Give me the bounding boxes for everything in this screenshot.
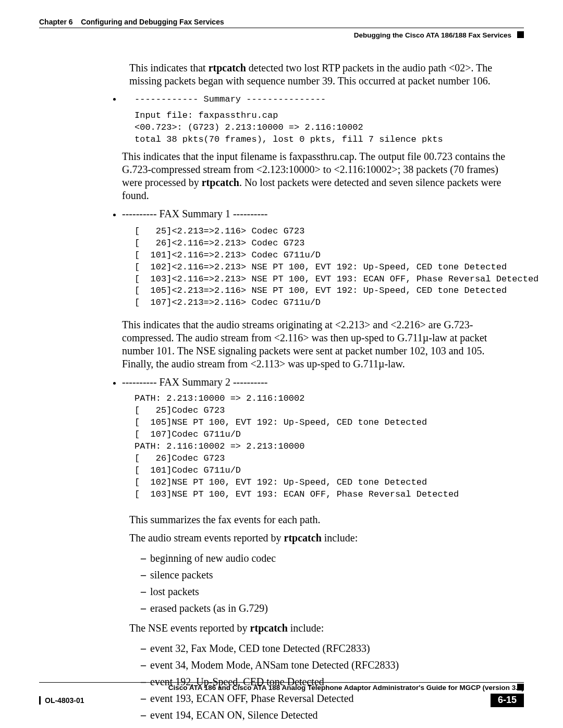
list-item: event 200, T38 Fax Mode, V.21 Detected xyxy=(141,723,515,728)
text-bold: rtpcatch xyxy=(284,532,322,544)
list-item: erased packets (as in G.729) xyxy=(141,600,515,616)
list-item: silence packets xyxy=(141,566,515,583)
page-content: This indicates that rtpcatch detected tw… xyxy=(129,61,515,728)
list-item: event 34, Modem Mode, ANSam tone Detecte… xyxy=(141,657,515,673)
fax1-explanation: This indicates that the audio streams or… xyxy=(122,318,515,371)
text-bold: rtpcatch xyxy=(202,177,239,188)
text: include: xyxy=(288,622,324,634)
audio-events-intro: The audio stream events reported by rtpc… xyxy=(129,532,515,545)
text: The NSE events reported by xyxy=(129,622,250,634)
summarize-line: This summarizes the fax events for each … xyxy=(129,513,515,526)
footer-doc-number: OL-4803-01 xyxy=(45,696,84,705)
intro-paragraph-1: This indicates that rtpcatch detected tw… xyxy=(129,61,515,88)
summary-title-code: ------------ Summary --------------- xyxy=(134,94,515,106)
header-marker-box xyxy=(517,31,524,38)
text-bold: rtpcatch xyxy=(250,622,288,634)
footer-page-number: 6-15 xyxy=(491,694,524,707)
footer-marker-box xyxy=(517,684,524,690)
page-footer: Cisco ATA 186 and Cisco ATA 188 Analog T… xyxy=(39,682,524,707)
list-item: lost packets xyxy=(141,583,515,600)
header-rule xyxy=(39,28,524,28)
bullet-fax-summary-2: ---------- FAX Summary 2 ---------- PATH… xyxy=(122,376,515,500)
footer-rule xyxy=(39,682,524,683)
header-chapter-title: Configuring and Debugging Fax Services xyxy=(81,18,224,26)
text: include: xyxy=(322,532,358,544)
header-section-title: Debugging the Cisco ATA 186/188 Fax Serv… xyxy=(354,31,511,39)
bullet-fax-summary-1: ---------- FAX Summary 1 ---------- [ 25… xyxy=(122,207,515,371)
nse-events-intro: The NSE events reported by rtpcatch incl… xyxy=(129,622,515,635)
summary-code-block: Input file: faxpassthru.cap <00.723>: (G… xyxy=(134,110,515,146)
header-chapter: Chapter 6 Configuring and Debugging Fax … xyxy=(39,18,224,26)
list-item: event 194, ECAN ON, Silence Detected xyxy=(141,707,515,723)
header-chapter-label: Chapter 6 xyxy=(39,18,73,26)
fax1-title: ---------- FAX Summary 1 ---------- xyxy=(122,208,268,219)
text: The audio stream events reported by xyxy=(129,532,284,544)
audio-events-list: beginning of new audio codec silence pac… xyxy=(129,550,515,616)
fax2-code-block: PATH: 2.213:10000 => 2.116:10002 [ 25]Co… xyxy=(134,393,515,500)
footer-bar-icon xyxy=(39,696,41,705)
fax1-code-block: [ 25]<2.213=>2.116> Codec G723 [ 26]<2.1… xyxy=(134,226,515,310)
text-bold: rtpcatch xyxy=(209,62,246,73)
footer-book-title: Cisco ATA 186 and Cisco ATA 188 Analog T… xyxy=(168,684,524,692)
bullet-summary: ------------ Summary --------------- Inp… xyxy=(122,93,515,202)
list-item: beginning of new audio codec xyxy=(141,550,515,566)
summary-explanation: This indicates that the input filename i… xyxy=(122,150,515,202)
list-item: event 32, Fax Mode, CED tone Detected (R… xyxy=(141,640,515,657)
text: This indicates that xyxy=(129,62,209,73)
fax2-title: ---------- FAX Summary 2 ---------- xyxy=(122,376,268,388)
